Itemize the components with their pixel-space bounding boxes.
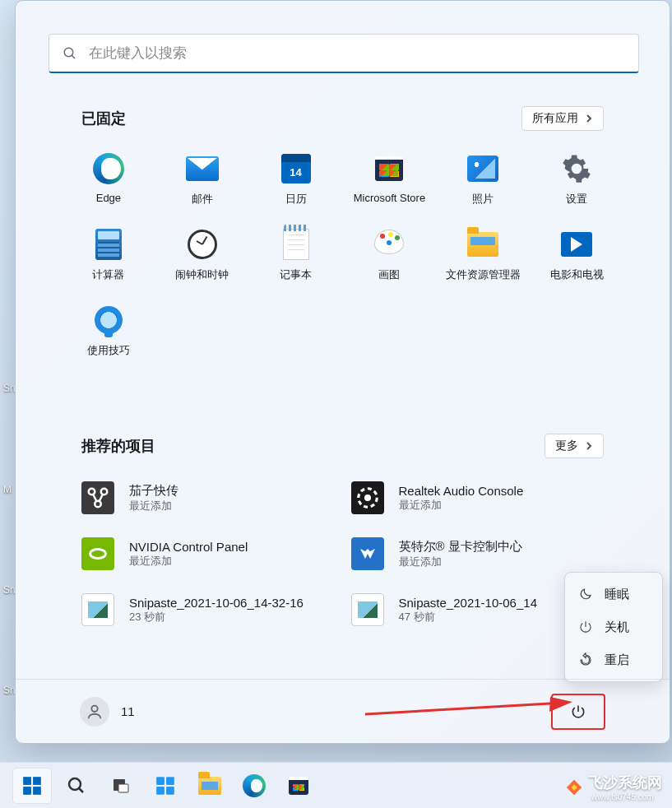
pinned-app-calculator[interactable]: 计算器 — [62, 228, 155, 282]
paint-icon — [374, 230, 404, 259]
recommended-sub: 最近添加 — [129, 499, 178, 513]
pinned-app-movies[interactable]: 电影和电视 — [530, 228, 623, 282]
all-apps-label: 所有应用 — [532, 111, 578, 126]
pinned-label: 文件资源管理器 — [446, 267, 521, 282]
svg-line-6 — [99, 494, 103, 502]
person-icon — [86, 703, 104, 721]
watermark-brand: 飞沙系统网 — [588, 774, 662, 791]
calendar-icon — [281, 154, 311, 183]
pinned-label: 邮件 — [192, 192, 213, 207]
svg-rect-13 — [33, 777, 41, 785]
image-file-icon — [81, 593, 114, 626]
taskbar-store[interactable] — [280, 769, 317, 803]
tips-icon — [95, 306, 123, 334]
recommended-sub: 最近添加 — [129, 554, 248, 569]
recommended-title: 推荐的项目 — [81, 436, 155, 456]
calculator-icon — [95, 229, 122, 260]
power-sleep[interactable]: 睡眠 — [570, 578, 657, 611]
svg-point-9 — [91, 705, 97, 711]
svg-rect-12 — [23, 777, 31, 785]
power-icon — [578, 620, 593, 634]
watermark-logo-icon — [565, 778, 583, 796]
svg-rect-22 — [156, 787, 165, 795]
power-button[interactable] — [551, 694, 605, 730]
taskview-icon — [111, 776, 131, 796]
recommended-item[interactable]: Snipaste_2021-10-06_14-32-1623 秒前 — [81, 593, 335, 626]
pinned-label: 照片 — [472, 192, 494, 207]
pinned-app-photos[interactable]: 照片 — [436, 152, 530, 207]
movies-icon — [561, 232, 592, 257]
pinned-label: 使用技巧 — [87, 343, 130, 358]
search-bar[interactable] — [49, 34, 639, 73]
edge-icon — [243, 774, 266, 797]
pinned-title: 已固定 — [81, 109, 126, 128]
pinned-app-tips[interactable]: 使用技巧 — [62, 304, 155, 358]
power-icon — [570, 704, 586, 720]
svg-rect-21 — [166, 777, 174, 785]
recommended-sub: 最近添加 — [399, 498, 524, 513]
recommended-item[interactable]: 英特尔® 显卡控制中心最近添加 — [351, 537, 605, 570]
svg-rect-20 — [156, 777, 165, 785]
more-label: 更多 — [555, 439, 578, 453]
recommended-name: 英特尔® 显卡控制中心 — [399, 539, 522, 555]
search-icon — [63, 46, 77, 61]
svg-point-8 — [365, 496, 369, 500]
svg-rect-23 — [166, 787, 174, 795]
pinned-app-notepad[interactable]: 记事本 — [249, 228, 343, 282]
user-name: 11 — [121, 704, 135, 718]
more-button[interactable]: 更多 — [545, 434, 604, 458]
pinned-app-mail[interactable]: 邮件 — [155, 152, 249, 207]
recommended-name: Snipaste_2021-10-06_14-32-16 — [129, 596, 304, 610]
pinned-app-explorer[interactable]: 文件资源管理器 — [436, 228, 530, 282]
recommended-name: 茄子快传 — [129, 483, 178, 499]
pinned-app-store[interactable]: Microsoft Store — [343, 152, 437, 207]
notepad-icon — [283, 229, 309, 260]
taskbar-search[interactable] — [58, 769, 95, 803]
all-apps-button[interactable]: 所有应用 — [521, 106, 604, 131]
power-restart-label: 重启 — [605, 652, 629, 668]
widgets-icon — [155, 775, 176, 796]
moon-icon — [578, 587, 593, 601]
edge-icon — [93, 153, 124, 184]
qiezi-icon — [81, 481, 114, 514]
restart-icon — [578, 652, 593, 667]
pinned-app-edge[interactable]: Edge — [62, 152, 155, 207]
desktop-shortcut-label: Sn — [3, 584, 16, 596]
taskbar-explorer[interactable] — [191, 769, 229, 803]
taskbar-widgets[interactable] — [146, 769, 184, 803]
pinned-app-settings[interactable]: 设置 — [530, 152, 623, 207]
start-menu: 已固定 所有应用 Edge 邮件 日历 Microsoft Store 照片 设… — [15, 0, 670, 744]
power-restart[interactable]: 重启 — [570, 643, 657, 676]
pinned-label: 记事本 — [280, 267, 312, 282]
desktop-shortcut-label: M — [3, 484, 12, 495]
pinned-label: Microsoft Store — [354, 192, 425, 204]
taskbar-start[interactable] — [13, 769, 51, 803]
desktop-shortcut-label: Sn — [3, 685, 16, 696]
power-shutdown[interactable]: 关机 — [570, 611, 657, 643]
taskbar-edge[interactable] — [235, 769, 273, 803]
pinned-app-clock[interactable]: 闹钟和时钟 — [155, 228, 249, 282]
recommended-sub: 47 秒前 — [399, 610, 537, 625]
recommended-item[interactable]: NVIDIA Control Panel最近添加 — [81, 537, 335, 570]
pinned-app-paint[interactable]: 画图 — [343, 228, 437, 282]
pinned-label: 日历 — [285, 192, 307, 207]
nvidia-icon — [81, 537, 114, 570]
search-input[interactable] — [89, 45, 625, 62]
pinned-app-calendar[interactable]: 日历 — [249, 152, 343, 207]
recommended-item[interactable]: 茄子快传最近添加 — [81, 481, 335, 514]
taskbar-taskview[interactable] — [102, 769, 140, 803]
svg-rect-15 — [33, 787, 41, 795]
power-shutdown-label: 关机 — [605, 620, 629, 635]
user-account[interactable]: 11 — [80, 697, 135, 727]
watermark: 飞沙系统网 www.fs0745.com — [565, 773, 662, 801]
recommended-name: Realtek Audio Console — [399, 484, 524, 498]
pinned-label: 画图 — [378, 267, 400, 282]
photos-icon — [467, 156, 498, 182]
gear-icon — [561, 153, 592, 184]
store-icon — [289, 777, 308, 795]
recommended-item[interactable]: Realtek Audio Console最近添加 — [351, 481, 605, 514]
pinned-label: 设置 — [566, 192, 587, 207]
pinned-label: 计算器 — [92, 267, 124, 282]
folder-icon — [467, 232, 498, 257]
chevron-right-icon — [585, 442, 593, 450]
